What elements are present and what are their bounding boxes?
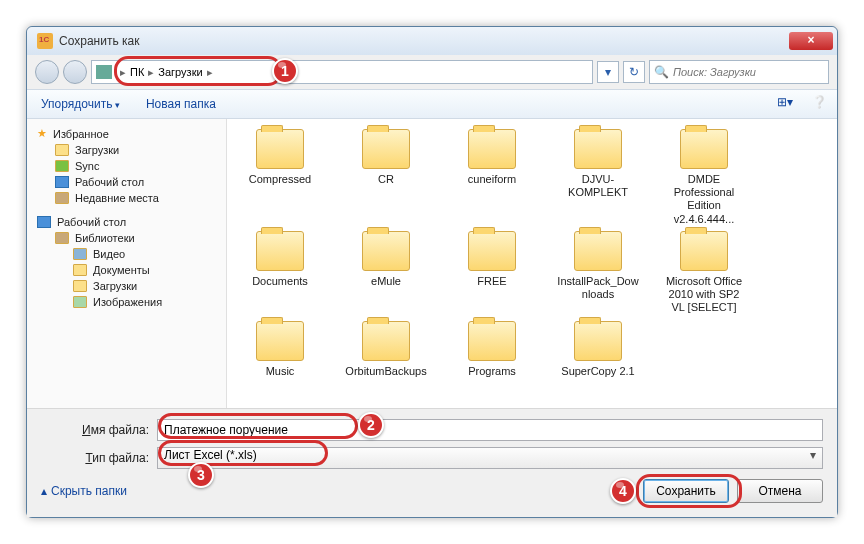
- sidebar: ★Избранное Загрузки Sync Рабочий стол Не…: [27, 119, 227, 408]
- folder-label: CR: [343, 173, 429, 186]
- folder-label: DJVU-KOMPLEKT: [555, 173, 641, 199]
- sidebar-item[interactable]: Sync: [27, 158, 226, 174]
- folder-item[interactable]: DMDE Professional Edition v2.4.6.444...: [661, 129, 747, 225]
- breadcrumb-folder[interactable]: Загрузки: [158, 66, 202, 78]
- breadcrumb-root[interactable]: ПК: [130, 66, 144, 78]
- address-dropdown[interactable]: ▾: [597, 61, 619, 83]
- folder-label: Music: [237, 365, 323, 378]
- recent-icon: [55, 192, 69, 204]
- computer-icon: [96, 65, 112, 79]
- sidebar-item[interactable]: Загрузки: [27, 142, 226, 158]
- titlebar: Сохранить как ×: [27, 27, 837, 55]
- folder-label: Compressed: [237, 173, 323, 186]
- breadcrumb-sep: ▸: [120, 66, 126, 79]
- sidebar-libraries[interactable]: Библиотеки: [27, 230, 226, 246]
- folder-icon: [362, 321, 410, 361]
- folder-label: FREE: [449, 275, 535, 288]
- dialog-body: ★Избранное Загрузки Sync Рабочий стол Не…: [27, 119, 837, 408]
- library-icon: [55, 232, 69, 244]
- folder-item[interactable]: DJVU-KOMPLEKT: [555, 129, 641, 225]
- folder-item[interactable]: Music: [237, 321, 323, 378]
- sidebar-favorites[interactable]: ★Избранное: [27, 125, 226, 142]
- filename-label: Имя файла:: [41, 423, 157, 437]
- breadcrumb-sep: ▸: [148, 66, 154, 79]
- sidebar-item[interactable]: Документы: [27, 262, 226, 278]
- toolbar: Упорядочить Новая папка ⊞▾ ❔: [27, 89, 837, 119]
- folder-icon: [256, 129, 304, 169]
- folder-item[interactable]: CR: [343, 129, 429, 225]
- help-button[interactable]: ❔: [807, 94, 831, 114]
- file-list[interactable]: CompressedCRcuneiformDJVU-KOMPLEKTDMDE P…: [227, 119, 837, 408]
- view-button[interactable]: ⊞▾: [773, 94, 797, 114]
- folder-icon: [55, 160, 69, 172]
- breadcrumb-sep: ▸: [207, 66, 213, 79]
- folder-label: Programs: [449, 365, 535, 378]
- star-icon: ★: [37, 127, 47, 140]
- folder-icon: [680, 129, 728, 169]
- sidebar-item[interactable]: Недавние места: [27, 190, 226, 206]
- cancel-button[interactable]: Отмена: [737, 479, 823, 503]
- nav-back-button[interactable]: [35, 60, 59, 84]
- folder-label: eMule: [343, 275, 429, 288]
- docs-icon: [73, 264, 87, 276]
- refresh-button[interactable]: ↻: [623, 61, 645, 83]
- video-icon: [73, 248, 87, 260]
- folder-label: Documents: [237, 275, 323, 288]
- filename-input[interactable]: [157, 419, 823, 441]
- search-icon: 🔍: [654, 65, 669, 79]
- folder-icon: [574, 321, 622, 361]
- folder-item[interactable]: Programs: [449, 321, 535, 378]
- sidebar-item[interactable]: Рабочий стол: [27, 174, 226, 190]
- folder-label: cuneiform: [449, 173, 535, 186]
- images-icon: [73, 296, 87, 308]
- close-button[interactable]: ×: [789, 32, 833, 50]
- folder-item[interactable]: SuperCopy 2.1: [555, 321, 641, 378]
- app-icon: [37, 33, 53, 49]
- folder-icon: [468, 231, 516, 271]
- folder-icon: [55, 144, 69, 156]
- save-button[interactable]: Сохранить: [643, 479, 729, 503]
- window-title: Сохранить как: [59, 34, 789, 48]
- search-input[interactable]: [673, 66, 824, 78]
- folder-item[interactable]: OrbitumBackups: [343, 321, 429, 378]
- folder-label: OrbitumBackups: [343, 365, 429, 378]
- new-folder-button[interactable]: Новая папка: [138, 94, 224, 114]
- folder-label: DMDE Professional Edition v2.4.6.444...: [661, 173, 747, 225]
- folder-label: SuperCopy 2.1: [555, 365, 641, 378]
- folder-icon: [574, 231, 622, 271]
- hide-folders-link[interactable]: Скрыть папки: [41, 484, 127, 498]
- filetype-label: Тип файла:: [41, 451, 157, 465]
- folder-item[interactable]: cuneiform: [449, 129, 535, 225]
- folder-item[interactable]: Microsoft Office 2010 with SP2 VL [SELEC…: [661, 231, 747, 315]
- folder-icon: [468, 129, 516, 169]
- sidebar-desktop[interactable]: Рабочий стол: [27, 214, 226, 230]
- folder-icon: [468, 321, 516, 361]
- sidebar-item[interactable]: Изображения: [27, 294, 226, 310]
- folder-label: Microsoft Office 2010 with SP2 VL [SELEC…: [661, 275, 747, 315]
- folder-icon: [256, 321, 304, 361]
- desktop-icon: [55, 176, 69, 188]
- sidebar-item[interactable]: Видео: [27, 246, 226, 262]
- folder-icon: [574, 129, 622, 169]
- address-bar[interactable]: ▸ ПК ▸ Загрузки ▸: [91, 60, 593, 84]
- folder-icon: [680, 231, 728, 271]
- folder-icon: [362, 129, 410, 169]
- organize-button[interactable]: Упорядочить: [33, 94, 128, 114]
- folder-item[interactable]: FREE: [449, 231, 535, 315]
- save-as-dialog: Сохранить как × ▸ ПК ▸ Загрузки ▸ ▾ ↻ 🔍 …: [26, 26, 838, 518]
- desktop-icon: [37, 216, 51, 228]
- sidebar-item[interactable]: Загрузки: [27, 278, 226, 294]
- folder-item[interactable]: Documents: [237, 231, 323, 315]
- folder-icon: [73, 280, 87, 292]
- folder-label: InstallPack_Downloads: [555, 275, 641, 301]
- folder-icon: [256, 231, 304, 271]
- search-box[interactable]: 🔍: [649, 60, 829, 84]
- folder-item[interactable]: Compressed: [237, 129, 323, 225]
- folder-item[interactable]: eMule: [343, 231, 429, 315]
- nav-forward-button[interactable]: [63, 60, 87, 84]
- navbar: ▸ ПК ▸ Загрузки ▸ ▾ ↻ 🔍: [27, 55, 837, 89]
- folder-item[interactable]: InstallPack_Downloads: [555, 231, 641, 315]
- filetype-dropdown[interactable]: Лист Excel (*.xls): [157, 447, 823, 469]
- folder-icon: [362, 231, 410, 271]
- bottom-panel: Имя файла: Тип файла: Лист Excel (*.xls)…: [27, 408, 837, 517]
